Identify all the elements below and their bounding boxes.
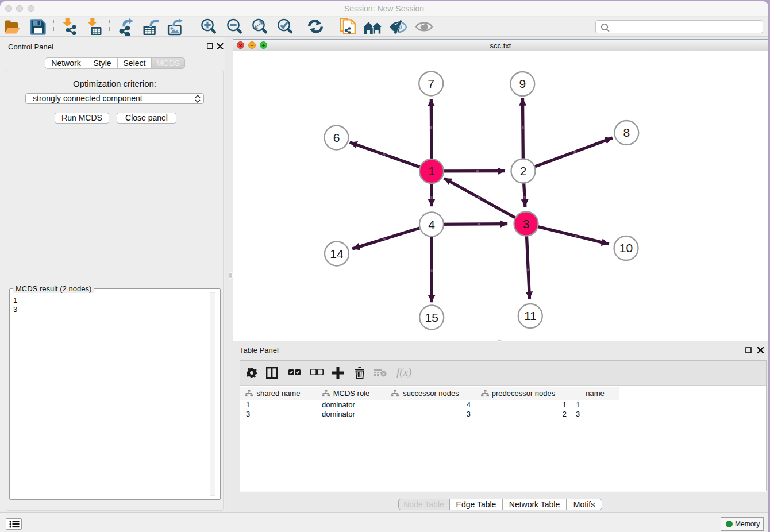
svg-text:4: 4 — [428, 218, 435, 231]
svg-text:11: 11 — [524, 309, 537, 322]
svg-text:1: 1 — [428, 164, 435, 178]
svg-text:8: 8 — [623, 126, 630, 139]
svg-text:14: 14 — [330, 247, 344, 260]
svg-text:2: 2 — [520, 164, 527, 178]
svg-text:3: 3 — [523, 217, 530, 230]
svg-text:10: 10 — [619, 241, 633, 255]
svg-text:7: 7 — [428, 77, 434, 90]
svg-text:6: 6 — [333, 131, 340, 144]
svg-text:9: 9 — [519, 77, 526, 90]
svg-text:15: 15 — [425, 311, 438, 324]
